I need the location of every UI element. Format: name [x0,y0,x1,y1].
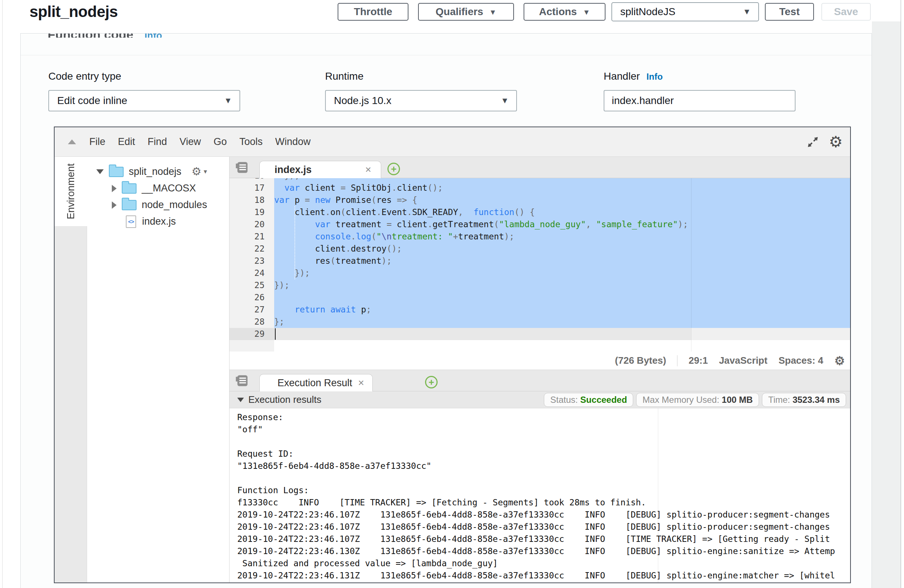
code-line[interactable]: var treatment = client.getTreatment("lam… [274,218,850,231]
actions-button[interactable]: Actions ▼ [523,3,605,21]
save-button[interactable]: Save [821,3,871,21]
indent-setting-status[interactable]: Spaces: 4 [779,355,823,366]
code-token: , [586,220,591,229]
code-token: ); [381,256,392,266]
clipped-section-heading: Function code Info [47,33,162,38]
menu-file[interactable]: File [89,136,106,147]
log-line: "131e865f-6eb4-4dd8-858e-a37ef13330cc" [229,460,850,472]
file-tree: split_nodejs⚙__MACOSXnode_modulesindex.j… [87,163,229,230]
code-line[interactable]: client.destroy(); [274,243,850,255]
code-token: (); [427,183,443,193]
test-event-selected-value: splitNodeJS [620,6,675,18]
code-line[interactable]: console.log("\ntreatment: "+treatment); [274,231,850,243]
card-divider [21,55,872,55]
menu-edit[interactable]: Edit [118,136,136,147]
menu-go[interactable]: Go [213,136,227,147]
code-line[interactable]: }); [274,267,850,279]
tree-item-index.js[interactable]: index.js [87,213,229,230]
tree-item-split_nodejs[interactable]: split_nodejs⚙ [87,163,229,180]
code-token [591,220,596,229]
test-event-select[interactable]: splitNodeJS ▼ [612,2,759,21]
code-line[interactable] [274,328,850,340]
code-token: Promise [330,195,371,205]
new-tab-icon[interactable]: + [425,376,438,389]
js-file-icon [126,215,136,228]
folder-icon [122,183,136,194]
tree-item-__MACOSX[interactable]: __MACOSX [87,180,229,197]
code-token: "lambda_node_guy" [499,220,586,229]
time-pill: Time: 3523.34 ms [762,393,846,407]
code-line[interactable]: var client = SplitObj.client(); [274,182,850,194]
window-edge-line [2,0,3,588]
menu-view[interactable]: View [180,136,201,147]
menu-find[interactable]: Find [148,136,167,147]
fullscreen-icon[interactable] [806,135,820,149]
menu-tools[interactable]: Tools [239,136,263,147]
new-tab-icon[interactable]: + [387,163,400,175]
close-icon[interactable]: × [365,164,371,175]
line-number: 29 [229,328,274,340]
code-token: SplitObj [346,183,392,193]
qualifiers-button[interactable]: Qualifiers ▼ [418,3,514,21]
execution-results-title: Execution results [248,394,321,405]
code-pane[interactable]: 1617181920212223242526272829 }); var cli… [229,178,850,351]
code-line[interactable]: }; [274,316,850,328]
collapse-editor-icon[interactable] [68,139,76,144]
code-line[interactable]: return await p; [274,303,850,316]
code-token: ); [678,220,688,229]
close-icon[interactable]: × [358,377,364,389]
statusbar-settings-gear-icon[interactable]: ⚙ [834,355,845,367]
chevron-down-icon[interactable] [96,169,104,174]
chevron-right-icon[interactable] [112,201,117,209]
clipped-code-row: }); [274,178,850,182]
menu-window[interactable]: Window [275,136,311,147]
code-line[interactable]: res(treatment); [274,255,850,267]
tree-settings-gear-icon[interactable]: ⚙ [191,165,207,178]
code-line[interactable] [274,291,850,303]
code-line[interactable]: var p = new Promise(res => { [274,194,850,206]
line-number: 27 [229,303,274,316]
code-token: new [315,195,330,205]
code-token: destroy [351,244,387,253]
execution-results-body[interactable]: Response:"off" Request ID:"131e865f-6eb4… [229,408,850,582]
editor-preferences-gear-icon[interactable]: ⚙ [829,134,843,150]
code-entry-type-select[interactable]: Edit code inline ▼ [48,90,240,111]
tab-list-icon[interactable] [235,160,249,174]
file-size-status: (726 Bytes) [615,355,666,366]
code-token: client [392,220,428,229]
scrollbar-track[interactable] [901,0,901,588]
test-button[interactable]: Test [765,3,814,21]
actions-button-label: Actions [539,6,577,18]
code-token: . [427,220,433,229]
code-line[interactable]: }); [274,279,850,291]
code-token: ); [504,232,514,241]
handler-info-link[interactable]: Info [646,71,663,82]
chevron-right-icon[interactable] [112,185,117,192]
code-token: }; [274,317,284,326]
code-token: var [284,183,300,193]
tab-list-icon[interactable] [235,374,249,388]
line-number-gutter: 1617181920212223242526272829 [229,178,274,351]
environment-tab[interactable]: Environment [55,157,87,226]
code-line[interactable]: client.on(client.Event.SDK_READY, functi… [274,206,850,218]
language-mode-status[interactable]: JavaScript [719,355,768,366]
collapse-results-icon[interactable] [237,398,244,402]
throttle-button[interactable]: Throttle [338,3,408,21]
tree-item-node_modules[interactable]: node_modules [87,197,229,213]
code-token: client [274,244,346,253]
handler-input[interactable] [604,90,795,111]
cursor-position-status[interactable]: 29:1 [689,355,708,366]
code-token: client [300,183,341,193]
editor-right-pane: index.js × + 161718192021222324252627282… [229,157,850,582]
code-line[interactable]: }); [274,178,850,182]
code-token: . [325,207,330,217]
line-number: 26 [229,291,274,303]
function-code-card: Function code Info Code entry type Runti… [20,33,872,588]
code-entry-type-value: Edit code inline [57,95,127,107]
tab-execution-result[interactable]: Execution Result × [259,374,373,391]
clipped-gutter-row: 16 [229,178,274,182]
code-token: "sample_feature" [596,220,678,229]
clipped-section-title: Function code [47,33,133,38]
runtime-select[interactable]: Node.js 10.x ▼ [325,90,517,111]
tab-index-js[interactable]: index.js × [259,161,381,178]
